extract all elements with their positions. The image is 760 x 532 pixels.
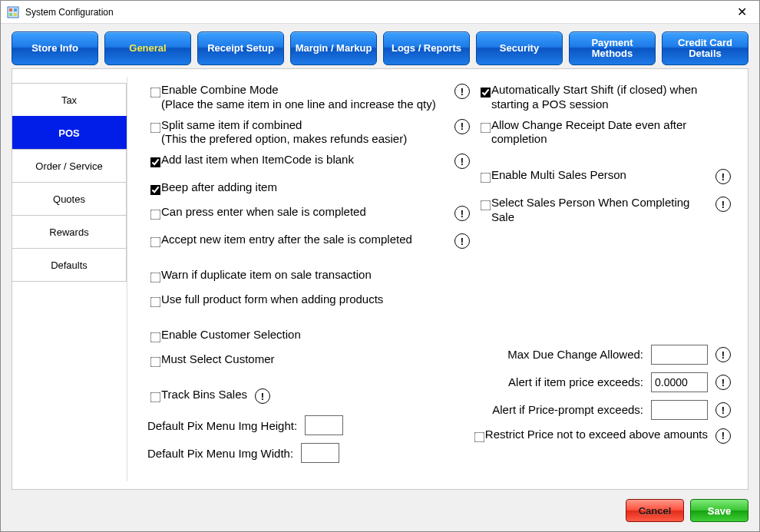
label-use-full: Use full product form when adding produc… xyxy=(161,292,470,307)
sidenav-item-order-service[interactable]: Order / Service xyxy=(12,149,127,183)
close-icon: ✕ xyxy=(737,5,747,19)
label-alert-item: Alert if item price exceeds: xyxy=(477,375,643,388)
sidenav-item-tax[interactable]: Tax xyxy=(12,83,127,117)
label-split-same: Split same item if combined (This the pr… xyxy=(161,118,447,147)
label-enable-cust: Enable Customer Selection xyxy=(161,328,470,342)
checkbox-track-bins[interactable] xyxy=(150,392,161,403)
input-alert-prompt[interactable] xyxy=(651,400,708,420)
label-must-cust: Must Select Customer xyxy=(161,352,470,367)
tab-payment-methods[interactable]: Payment Methods xyxy=(569,31,656,65)
svg-rect-4 xyxy=(14,13,17,16)
tab-credit-card-details[interactable]: Credit Card Details xyxy=(662,31,748,65)
label-press-enter: Can press enter when sale is completed xyxy=(161,205,447,220)
info-icon[interactable]: ! xyxy=(715,197,731,212)
checkbox-enable-combine[interactable] xyxy=(150,88,161,98)
label-track-bins: Track Bins Sales xyxy=(161,388,247,402)
label-enable-combine: Enable Combine Mode (Place the same item… xyxy=(161,83,447,112)
svg-rect-2 xyxy=(14,8,17,12)
close-button[interactable]: ✕ xyxy=(724,1,759,23)
footer: Cancel Save xyxy=(1,493,759,531)
tab-logs-reports[interactable]: Logs / Reports xyxy=(383,31,470,65)
label-allow-change-date: Allow Change Receipt Date even after com… xyxy=(491,118,731,147)
label-split-same-sub: (This the prefered option, makes refunds… xyxy=(161,132,447,147)
info-icon[interactable]: ! xyxy=(715,375,731,390)
window-title: System Configuration xyxy=(25,7,724,18)
tab-security[interactable]: Security xyxy=(476,31,563,65)
input-alert-item[interactable] xyxy=(651,372,708,392)
info-icon[interactable]: ! xyxy=(255,388,270,404)
info-icon[interactable]: ! xyxy=(454,84,470,99)
checkbox-select-sp-complete[interactable] xyxy=(481,200,491,211)
tab-general[interactable]: General xyxy=(104,31,191,65)
checkbox-restrict-price[interactable] xyxy=(474,431,485,442)
info-icon[interactable]: ! xyxy=(715,428,731,444)
app-icon xyxy=(7,6,19,18)
label-enable-multi-sp: Enable Multi Sales Person xyxy=(491,168,708,183)
label-select-sp-complete: Select Sales Person When Completing Sale xyxy=(491,196,708,225)
tab-margin-markup[interactable]: Margin / Markup xyxy=(290,31,377,65)
label-max-due: Max Due Change Allowed: xyxy=(477,348,643,361)
label-enable-combine-main: Enable Combine Mode xyxy=(161,83,447,97)
sidenav: Tax POS Order / Service Quotes Rewards D… xyxy=(12,77,127,481)
label-accept-new: Accept new item entry after the sale is … xyxy=(161,233,447,247)
titlebar: System Configuration ✕ xyxy=(1,1,759,24)
tab-receipt-setup[interactable]: Receipt Setup xyxy=(197,31,284,65)
pos-settings-form: Enable Combine Mode (Place the same item… xyxy=(127,69,748,489)
sidenav-item-defaults[interactable]: Defaults xyxy=(12,248,127,282)
info-icon[interactable]: ! xyxy=(715,169,731,184)
label-pix-width: Default Pix Menu Img Width: xyxy=(147,447,293,460)
checkbox-must-cust[interactable] xyxy=(150,357,161,368)
tab-store-info[interactable]: Store Info xyxy=(12,31,98,65)
save-button[interactable]: Save xyxy=(690,499,748,522)
checkbox-split-same[interactable] xyxy=(150,122,161,133)
sidenav-item-pos[interactable]: POS xyxy=(12,116,127,150)
label-auto-shift: Automatically Start Shift (if closed) wh… xyxy=(491,83,731,112)
info-icon[interactable]: ! xyxy=(715,347,731,362)
info-icon[interactable]: ! xyxy=(454,233,470,249)
checkbox-use-full[interactable] xyxy=(150,297,161,308)
info-icon[interactable]: ! xyxy=(454,119,470,134)
label-split-same-main: Split same item if combined xyxy=(161,118,447,133)
checkbox-press-enter[interactable] xyxy=(150,210,161,220)
checkbox-add-last[interactable] xyxy=(150,157,161,168)
svg-rect-3 xyxy=(9,13,12,16)
system-configuration-window: System Configuration ✕ Store Info Genera… xyxy=(0,0,760,532)
label-alert-prompt: Alert if Price-prompt exceeds: xyxy=(477,403,643,416)
label-restrict-price: Restrict Price not to exceed above amoun… xyxy=(485,428,708,442)
input-pix-width[interactable] xyxy=(301,443,339,463)
content-wrap: Tax POS Order / Service Quotes Rewards D… xyxy=(1,68,759,493)
left-column: Enable Combine Mode (Place the same item… xyxy=(147,83,470,471)
sidenav-item-rewards[interactable]: Rewards xyxy=(12,215,127,249)
input-pix-height[interactable] xyxy=(305,415,343,435)
input-max-due[interactable] xyxy=(651,345,708,365)
checkbox-allow-change-date[interactable] xyxy=(481,122,491,133)
checkbox-enable-cust[interactable] xyxy=(150,332,161,343)
info-icon[interactable]: ! xyxy=(454,206,470,221)
cancel-button[interactable]: Cancel xyxy=(626,499,684,522)
label-add-last: Add last item when ItemCode is blank xyxy=(161,153,447,167)
checkbox-accept-new[interactable] xyxy=(150,237,161,248)
checkbox-enable-multi-sp[interactable] xyxy=(481,173,491,183)
save-button-label: Save xyxy=(708,505,731,517)
svg-rect-1 xyxy=(9,8,12,12)
checkbox-warn-dup[interactable] xyxy=(150,273,161,283)
checkbox-auto-shift[interactable] xyxy=(481,88,491,98)
sidenav-item-quotes[interactable]: Quotes xyxy=(12,182,127,216)
label-beep: Beep after adding item xyxy=(161,180,470,195)
info-icon[interactable]: ! xyxy=(715,402,731,418)
label-pix-height: Default Pix Menu Img Height: xyxy=(147,419,297,432)
content-panel: Tax POS Order / Service Quotes Rewards D… xyxy=(12,68,748,490)
label-enable-combine-sub: (Place the same item in one line and inc… xyxy=(161,97,447,112)
right-column: Automatically Start Shift (if closed) wh… xyxy=(477,83,731,455)
label-warn-dup: Warn if duplicate item on sale transacti… xyxy=(161,268,470,283)
checkbox-beep[interactable] xyxy=(150,185,161,196)
top-tabs: Store Info General Receipt Setup Margin … xyxy=(1,24,759,68)
cancel-button-label: Cancel xyxy=(639,505,672,517)
info-icon[interactable]: ! xyxy=(454,154,470,169)
